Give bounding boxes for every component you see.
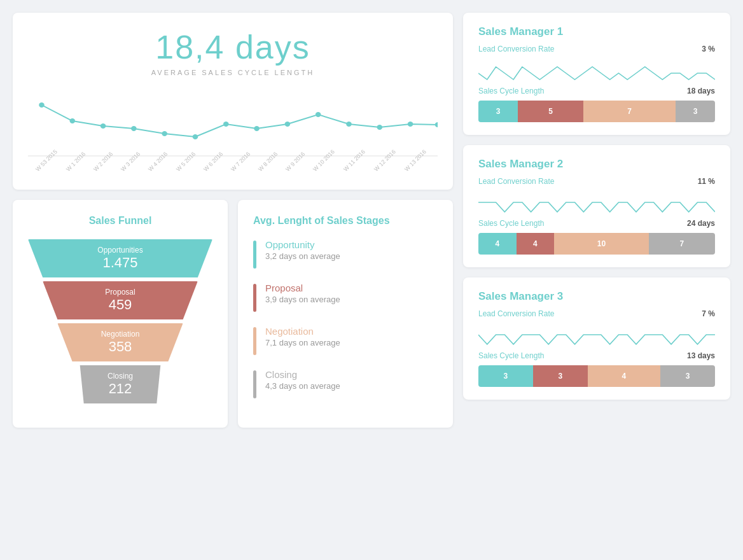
lead-conversion-row: Lead Conversion Rate 11 % [478,177,715,186]
stage-bar: 44107 [478,233,715,255]
x-axis-labels: W 53 2015 W 1 2016 W 2 2016 W 3 2016 W 4… [28,168,438,174]
lead-conversion-row: Lead Conversion Rate 7 % [478,309,715,318]
svg-point-4 [131,126,137,131]
stage-name: Closing [265,369,340,380]
bar-segment: 3 [660,365,715,387]
avg-sales-cycle-value: 18,4 days [28,28,438,66]
stage-bar: 3573 [478,101,715,122]
sales-cycle-svg [28,89,438,159]
sales-cycle-value: 13 days [687,351,715,360]
svg-point-13 [408,122,413,127]
stage-label: Opportunities [97,246,142,255]
svg-point-11 [346,122,352,127]
avg-stages-list: Opportunity 3,2 days on average Proposal… [253,239,438,398]
stage-value: 459 [109,297,132,313]
manager-name: Sales Manager 3 [478,290,715,303]
stage-value: 1.475 [102,255,137,271]
sparkline [478,191,715,214]
sales-cycle-row: Sales Cycle Length 18 days [478,87,715,95]
sales-cycle-card: 18,4 days AVERAGE SALES CYCLE LENGTH [13,13,453,190]
avg-sales-cycle-label: AVERAGE SALES CYCLE LENGTH [28,69,438,76]
sales-cycle-value: 24 days [687,219,715,228]
lead-conversion-label: Lead Conversion Rate [478,45,554,53]
stage-name: Opportunity [265,239,340,250]
svg-point-7 [223,122,229,127]
right-column: Sales Manager 1 Lead Conversion Rate 3 %… [463,13,730,428]
stage-days: 4,3 days on average [265,381,340,391]
funnel-stage: Opportunities1.475 [28,239,212,277]
sales-cycle-label: Sales Cycle Length [478,219,544,228]
bar-segment: 7 [649,233,715,255]
avg-stage-item: Proposal 3,9 days on average [253,283,438,312]
bar-segment: 3 [676,101,715,122]
sales-cycle-chart [28,89,438,165]
stage-days: 7,1 days on average [265,338,340,347]
stage-info: Negotiation 7,1 days on average [265,326,340,347]
bar-segment: 3 [533,365,588,387]
manager-name: Sales Manager 2 [478,158,715,171]
avg-stages-card: Avg. Lenght of Sales Stages Opportunity … [238,200,453,428]
funnel-stages: Opportunities1.475Proposal459Negotiation… [28,239,212,403]
bar-segment: 4 [517,233,555,255]
manager-name: Sales Manager 1 [478,25,715,38]
stage-color-bar [253,241,256,269]
funnel-stage: Closing212 [73,365,169,403]
svg-point-14 [435,122,438,127]
lead-conversion-label: Lead Conversion Rate [478,309,554,318]
avg-stage-item: Negotiation 7,1 days on average [253,326,438,355]
lead-conversion-value: 3 % [702,45,715,53]
stage-name: Proposal [265,283,340,293]
stage-value: 212 [109,381,132,397]
stage-name: Negotiation [265,326,340,337]
avg-stage-item: Closing 4,3 days on average [253,369,438,398]
bar-segment: 3 [478,365,533,387]
stage-color-bar [253,284,256,312]
sales-cycle-label: Sales Cycle Length [478,87,544,95]
bar-segment: 4 [478,233,517,255]
funnel-title: Sales Funnel [28,215,212,227]
sales-cycle-value: 18 days [687,87,715,95]
stage-color-bar [253,327,256,355]
lead-conversion-row: Lead Conversion Rate 3 % [478,45,715,53]
sales-cycle-label: Sales Cycle Length [478,351,544,360]
stage-info: Proposal 3,9 days on average [265,283,340,304]
svg-point-3 [101,123,106,129]
stage-bar: 3343 [478,365,715,387]
stage-value: 358 [109,339,132,355]
svg-point-8 [254,126,260,131]
stage-label: Closing [108,372,133,381]
sales-cycle-row: Sales Cycle Length 13 days [478,351,715,360]
dashboard: 18,4 days AVERAGE SALES CYCLE LENGTH [13,13,730,428]
sparkline [478,59,715,81]
manager-card-3: Sales Manager 3 Lead Conversion Rate 7 %… [463,277,730,400]
bar-segment: 5 [518,101,583,122]
funnel-stage: Negotiation358 [57,323,183,361]
manager-card-2: Sales Manager 2 Lead Conversion Rate 11 … [463,145,730,267]
avg-stages-title: Avg. Lenght of Sales Stages [253,215,438,227]
bar-segment: 7 [583,101,676,122]
bar-segment: 4 [588,365,660,387]
stage-info: Opportunity 3,2 days on average [265,239,340,261]
stage-color-bar [253,370,256,398]
lead-conversion-label: Lead Conversion Rate [478,177,554,186]
avg-stage-item: Opportunity 3,2 days on average [253,239,438,269]
sales-funnel-card: Sales Funnel Opportunities1.475Proposal4… [13,200,228,428]
stage-info: Closing 4,3 days on average [265,369,340,391]
bar-segment: 3 [478,101,518,122]
stage-days: 3,2 days on average [265,251,340,261]
funnel-stage: Proposal459 [43,281,198,319]
svg-point-5 [162,131,167,136]
bottom-left: Sales Funnel Opportunities1.475Proposal4… [13,200,453,428]
svg-point-12 [377,125,382,130]
lead-conversion-value: 7 % [702,309,715,318]
bar-segment: 10 [554,233,649,255]
stage-days: 3,9 days on average [265,295,340,304]
sparkline [478,323,715,346]
stage-label: Proposal [105,288,135,297]
stage-label: Negotiation [101,330,140,339]
svg-point-10 [316,112,321,117]
sales-cycle-row: Sales Cycle Length 24 days [478,219,715,228]
svg-point-1 [39,102,45,108]
svg-point-6 [193,134,198,139]
svg-point-9 [285,122,291,127]
